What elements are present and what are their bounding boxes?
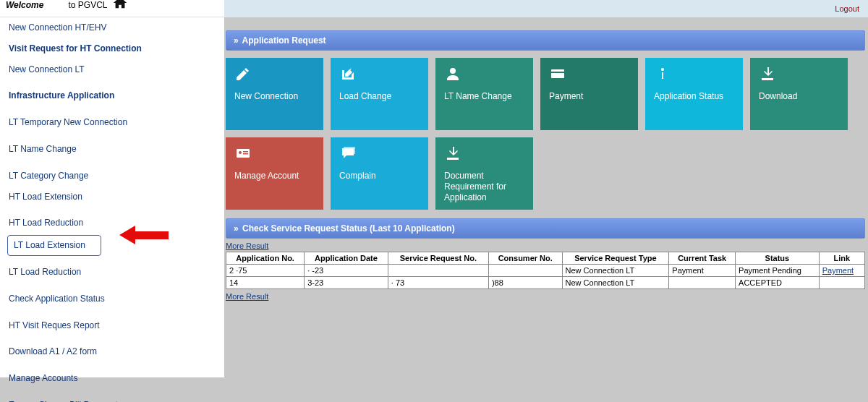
tile-label: Document Requirement for Application xyxy=(444,171,524,203)
col-header: Application No. xyxy=(226,252,305,265)
card-icon xyxy=(549,65,566,87)
tile-label: Payment xyxy=(549,91,583,102)
sidebar-item-8[interactable]: HT Load Reduction xyxy=(0,213,224,234)
welcome-suffix: to PGVCL xyxy=(68,0,107,10)
col-header: Consumer No. xyxy=(488,252,562,265)
sidebar-item-10[interactable]: LT Load Reduction xyxy=(0,262,224,283)
svg-rect-5 xyxy=(762,78,773,80)
svg-point-3 xyxy=(661,68,664,71)
user-icon xyxy=(444,65,461,87)
welcome-text: Welcome xyxy=(6,0,43,10)
sidebar-item-2[interactable]: New Connection LT xyxy=(0,59,224,80)
svg-rect-8 xyxy=(243,151,248,153)
svg-rect-9 xyxy=(243,153,248,155)
welcome-bar: Welcome to PGVCL xyxy=(0,0,224,17)
tile-download[interactable]: Download xyxy=(750,58,848,130)
download-icon xyxy=(759,65,776,87)
chevron-right-icon: » xyxy=(234,35,237,46)
col-header: Status xyxy=(736,252,820,265)
svg-rect-4 xyxy=(662,72,663,79)
svg-point-0 xyxy=(450,68,456,74)
tile-label: New Connection xyxy=(234,91,298,102)
sidebar-item-6[interactable]: LT Category Change xyxy=(0,166,224,187)
sidebar-item-15[interactable]: Energy Charge Bill Payment xyxy=(0,395,224,402)
pencil-icon xyxy=(234,65,252,87)
tile-load-change[interactable]: Load Change xyxy=(331,58,428,130)
status-table: Application No.Application DateService R… xyxy=(226,252,865,289)
sidebar-item-5[interactable]: LT Name Change xyxy=(0,139,224,160)
sidebar-item-9[interactable]: LT Load Extension xyxy=(7,235,101,256)
edit-icon xyxy=(339,65,357,87)
tile-label: Download xyxy=(759,91,797,102)
col-header: Link xyxy=(819,252,864,265)
svg-rect-2 xyxy=(551,72,564,73)
sidebar-item-1[interactable]: Visit Request for HT Connection xyxy=(0,38,224,59)
tile-document-requirement-for-application[interactable]: Document Requirement for Application xyxy=(435,137,533,210)
sidebar: Welcome to PGVCL New Connection HT/EHVVi… xyxy=(0,0,224,377)
sidebar-item-11[interactable]: Check Application Status xyxy=(0,288,224,309)
tile-application-status[interactable]: Application Status xyxy=(645,58,743,130)
row-link[interactable]: Payment xyxy=(822,266,854,275)
idcard-icon xyxy=(234,145,252,166)
info-icon xyxy=(654,65,671,87)
more-result-top[interactable]: More Result xyxy=(226,241,268,250)
sidebar-item-13[interactable]: Download A1 / A2 form xyxy=(0,341,224,362)
tile-label: Load Change xyxy=(339,91,391,102)
main-area: » Application Request New ConnectionLoad… xyxy=(224,17,868,402)
tile-label: Manage Account xyxy=(234,171,299,181)
tile-payment[interactable]: Payment xyxy=(540,58,638,130)
tile-lt-name-change[interactable]: LT Name Change xyxy=(435,58,533,130)
svg-rect-1 xyxy=(551,69,564,78)
sidebar-item-4[interactable]: LT Temporary New Connection xyxy=(0,112,224,133)
svg-rect-10 xyxy=(447,158,459,160)
chevron-right-icon: » xyxy=(234,223,237,234)
sidebar-item-7[interactable]: HT Load Extension xyxy=(0,187,224,208)
tile-manage-account[interactable]: Manage Account xyxy=(226,137,323,210)
table-row: 2 ·75· -23New Connection LTPaymentPaymen… xyxy=(226,265,865,277)
tile-label: Application Status xyxy=(654,91,723,102)
tile-label: LT Name Change xyxy=(444,91,512,102)
logout-link[interactable]: Logout xyxy=(835,4,859,13)
tile-new-connection[interactable]: New Connection xyxy=(226,58,323,130)
sidebar-item-3[interactable]: Infrastructure Application xyxy=(0,85,224,106)
download-icon xyxy=(444,145,461,166)
svg-point-7 xyxy=(239,151,242,154)
tile-label: Complain xyxy=(339,171,376,181)
sidebar-item-12[interactable]: HT Visit Reques Report xyxy=(0,315,224,336)
col-header: Service Request Type xyxy=(562,252,669,265)
col-header: Service Request No. xyxy=(388,252,488,265)
col-header: Current Task xyxy=(669,252,736,265)
home-icon[interactable] xyxy=(112,0,128,14)
table-row: 14 3-23· 73 )88New Connection LTACCEPTED xyxy=(226,277,865,289)
tile-complain[interactable]: Complain xyxy=(331,137,428,210)
chat-icon xyxy=(339,145,357,166)
more-result-bottom[interactable]: More Result xyxy=(226,292,268,301)
section-application-request: » Application Request xyxy=(226,30,865,51)
sidebar-item-0[interactable]: New Connection HT/EHV xyxy=(0,17,224,38)
tiles-grid: New ConnectionLoad ChangeLT Name ChangeP… xyxy=(226,58,865,210)
section-title: Application Request xyxy=(242,35,326,46)
section-status: » Check Service Request Status (Last 10 … xyxy=(226,218,865,239)
col-header: Application Date xyxy=(305,252,388,265)
section-title: Check Service Request Status (Last 10 Ap… xyxy=(242,223,455,234)
sidebar-item-14[interactable]: Manage Accounts xyxy=(0,368,224,389)
